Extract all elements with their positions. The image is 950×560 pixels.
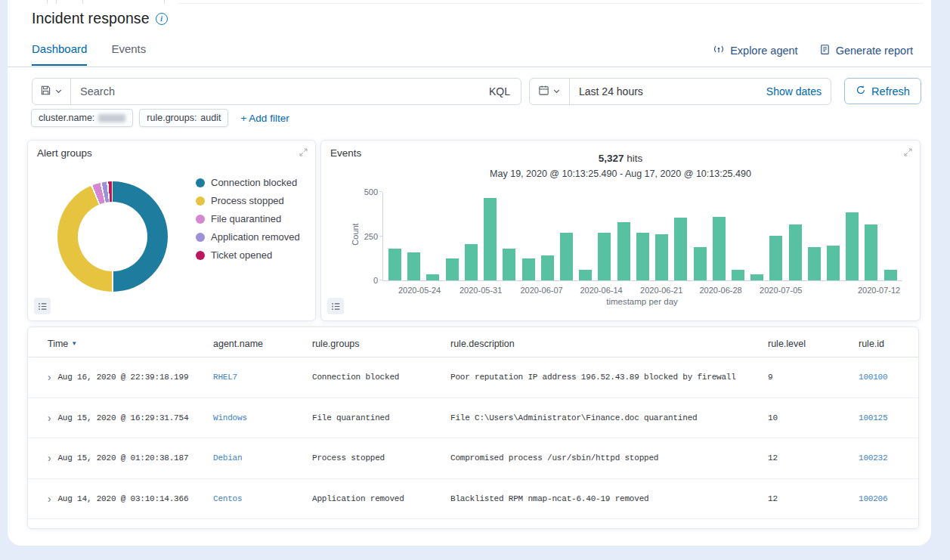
legend-swatch <box>196 251 205 260</box>
legend-item[interactable]: Ticket opened <box>196 249 300 261</box>
filter-pill[interactable]: rule.groups:audit <box>139 109 228 127</box>
column-header-rule-id[interactable]: rule.id <box>859 339 906 349</box>
legend-item[interactable]: File quarantined <box>196 213 300 224</box>
column-header-agent-name[interactable]: agent.name <box>213 339 312 349</box>
bar <box>884 270 897 280</box>
column-label: rule.description <box>450 339 515 349</box>
generate-report-button[interactable]: Generate report <box>819 43 913 57</box>
y-tick-mark <box>379 280 382 280</box>
date-picker: Last 24 hours Show dates <box>529 78 831 105</box>
column-header-rule-description[interactable]: rule.description <box>450 339 768 349</box>
rule-id-link[interactable]: 100206 <box>859 494 887 503</box>
show-dates-button[interactable]: Show dates <box>766 85 831 97</box>
column-label: agent.name <box>213 339 263 349</box>
query-bar: Search KQL <box>32 78 521 105</box>
legend-label: Connection blocked <box>211 177 297 188</box>
column-header-rule-groups[interactable]: rule.groups <box>312 339 450 349</box>
info-icon[interactable]: i <box>156 13 168 25</box>
rule-id-link[interactable]: 100100 <box>859 373 887 382</box>
x-tick-label: 2020-06-28 <box>699 286 741 295</box>
filter-field: cluster.name: <box>39 113 94 123</box>
expand-icon[interactable] <box>299 147 308 160</box>
y-tick-mark <box>379 191 382 192</box>
top-edge-fragment <box>82 0 83 4</box>
column-label: rule.level <box>768 339 806 349</box>
add-filter-button[interactable]: + Add filter <box>240 113 289 124</box>
table-row[interactable]: ›Aug 14, 2020 @ 03:10:14.366CentosApplic… <box>28 479 918 520</box>
bar <box>865 224 877 280</box>
y-tick-label: 250 <box>364 232 378 241</box>
cell-time: Aug 14, 2020 @ 03:10:14.366 <box>57 494 188 503</box>
cell-rule-description: Poor reputation IP address 196.52.43.89 … <box>450 373 768 382</box>
calendar-icon <box>538 85 549 99</box>
rule-id-link[interactable]: 100125 <box>859 413 887 422</box>
column-header-rule-level[interactable]: rule.level <box>768 339 859 349</box>
rule-id-link[interactable]: 100232 <box>859 453 887 463</box>
bar <box>446 258 459 280</box>
bar <box>713 217 726 280</box>
legend-item[interactable]: Application removed <box>196 231 300 243</box>
tab-dashboard[interactable]: Dashboard <box>32 42 87 66</box>
kql-button[interactable]: KQL <box>478 85 521 97</box>
expand-row-icon[interactable]: › <box>48 372 51 382</box>
redacted-value <box>98 114 125 122</box>
legend-label: Application removed <box>211 231 300 243</box>
bar <box>732 270 744 280</box>
column-label: rule.id <box>859 339 884 349</box>
report-icon <box>819 44 831 57</box>
bar <box>694 247 707 280</box>
expand-row-icon[interactable]: › <box>48 453 51 463</box>
table-row[interactable]: ›Aug 15, 2020 @ 16:29:31.754WindowsFile … <box>28 398 918 439</box>
bar <box>407 252 420 280</box>
filter-pills: cluster.name:rule.groups:audit <box>31 109 228 127</box>
y-tick-label: 0 <box>373 276 378 285</box>
bar <box>827 246 840 280</box>
explore-agent-button[interactable]: Explore agent <box>713 43 797 57</box>
column-header-time[interactable]: Time ▼ <box>48 339 213 349</box>
legend-item[interactable]: Process stopped <box>196 195 300 206</box>
agent-name-link[interactable]: Windows <box>213 413 247 422</box>
bar <box>560 233 573 280</box>
legend-item[interactable]: Connection blocked <box>196 177 300 188</box>
top-edge-fragment <box>47 0 48 4</box>
filter-pill[interactable]: cluster.name: <box>31 109 133 127</box>
agent-name-link[interactable]: RHEL7 <box>213 373 237 382</box>
refresh-icon <box>856 85 866 97</box>
page-title: Incident response i <box>32 10 168 27</box>
explore-agent-label: Explore agent <box>730 45 797 57</box>
table-row[interactable]: ›Aug 16, 2020 @ 22:39:18.199RHEL7Connect… <box>28 357 918 398</box>
alerts-table: Time ▼ agent.name rule.groups rule.descr… <box>27 326 919 529</box>
table-row[interactable]: ›Aug 15, 2020 @ 01:20:38.187DebianProces… <box>28 438 918 479</box>
expand-row-icon[interactable]: › <box>48 493 51 504</box>
x-tick-label: 2020-07-05 <box>760 286 802 295</box>
bar <box>503 249 515 280</box>
legend-label: File quarantined <box>211 213 281 224</box>
bar <box>655 234 668 280</box>
header-actions: Explore agent Generate report <box>713 43 913 57</box>
top-edge-fragment <box>164 0 165 4</box>
cell-time: Aug 16, 2020 @ 22:39:18.199 <box>57 373 188 382</box>
legend-label: Process stopped <box>211 195 284 206</box>
agent-name-link[interactable]: Centos <box>213 494 242 503</box>
search-input[interactable]: Search <box>71 85 478 97</box>
y-axis-label: Count <box>351 223 360 245</box>
date-quick-select[interactable] <box>530 79 570 104</box>
date-range-label: May 19, 2020 @ 10:13:25.490 - Aug 17, 20… <box>321 169 920 179</box>
agent-name-link[interactable]: Debian <box>213 453 242 463</box>
alert-groups-donut-chart[interactable] <box>57 181 168 292</box>
cell-time: Aug 15, 2020 @ 16:29:31.754 <box>57 413 188 422</box>
time-range-value[interactable]: Last 24 hours <box>570 85 766 97</box>
bar <box>541 255 554 280</box>
saved-queries-dropdown[interactable] <box>32 79 71 104</box>
expand-row-icon[interactable]: › <box>48 413 51 423</box>
bar <box>750 274 763 280</box>
column-label: rule.groups <box>312 339 360 349</box>
page-title-text: Incident response <box>32 10 150 27</box>
events-bar-chart[interactable]: 02505002020-05-242020-05-312020-06-07202… <box>382 192 902 281</box>
tab-events[interactable]: Events <box>111 42 146 66</box>
sort-desc-icon: ▼ <box>71 341 77 347</box>
panel-options-button[interactable] <box>327 298 344 314</box>
tabs-divider <box>8 67 931 67</box>
refresh-button[interactable]: Refresh <box>844 78 921 104</box>
panel-options-button[interactable] <box>34 298 51 314</box>
